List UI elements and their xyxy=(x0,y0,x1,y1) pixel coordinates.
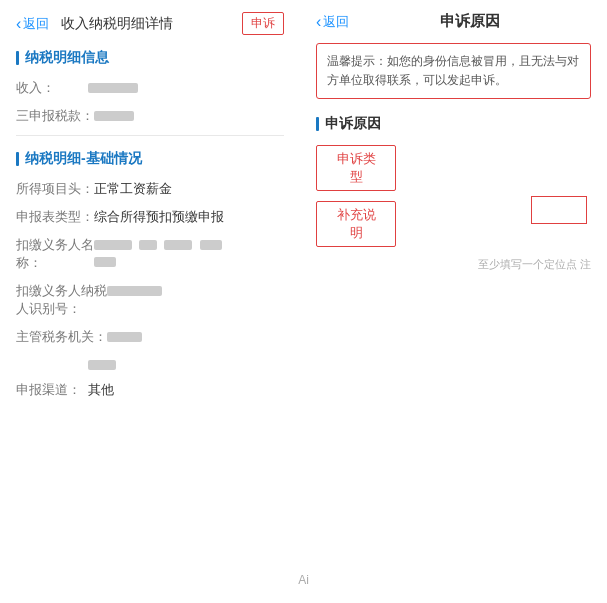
tax-bar xyxy=(107,332,142,342)
bar2 xyxy=(139,240,157,250)
left-page-title: 收入纳税明细详情 xyxy=(61,15,242,33)
income-type-value: 正常工资薪金 xyxy=(94,180,284,198)
left-panel: 返回 收入纳税明细详情 申诉 纳税明细信息 收入： 三申报税款： 纳税明细-基础… xyxy=(0,0,300,421)
warning-box: 温馨提示：如您的身份信息被冒用，且无法与对方单位取得联系，可以发起申诉。 xyxy=(316,43,591,99)
bar1 xyxy=(94,240,132,250)
declare-bar xyxy=(94,111,134,121)
right-panel: 返回 申诉原因 温馨提示：如您的身份信息被冒用，且无法与对方单位取得联系，可以发… xyxy=(300,0,607,284)
appeal-section-title: 申诉原因 xyxy=(316,115,591,133)
income-type-row: 所得项目头： 正常工资薪金 xyxy=(16,180,284,198)
right-back-link[interactable]: 返回 xyxy=(316,13,349,31)
declare-label: 三申报税款： xyxy=(16,107,94,125)
section1-title: 纳税明细信息 xyxy=(16,49,284,67)
supplement-button[interactable]: 补充说明 xyxy=(316,201,396,247)
extra-bar-row xyxy=(16,356,284,371)
income-bar xyxy=(88,83,138,93)
withholder-id-value xyxy=(107,282,284,297)
declare-type-row: 申报表类型： 综合所得预扣预缴申报 xyxy=(16,208,284,226)
tax-office-value xyxy=(107,328,284,343)
extra-bar xyxy=(88,360,116,370)
tax-office-row: 主管税务机关： xyxy=(16,328,284,346)
ai-label: Ai xyxy=(298,573,309,587)
income-row: 收入： xyxy=(16,79,284,97)
declare-row: 三申报税款： xyxy=(16,107,284,125)
right-header: 返回 申诉原因 xyxy=(316,12,591,31)
channel-row: 申报渠道： 其他 xyxy=(16,381,284,399)
income-value xyxy=(88,79,284,94)
divider1 xyxy=(16,135,284,136)
empty-input-box[interactable] xyxy=(531,196,587,224)
income-type-label: 所得项目头： xyxy=(16,180,94,198)
declare-value xyxy=(94,107,284,122)
bar4 xyxy=(200,240,222,250)
right-page-title: 申诉原因 xyxy=(349,12,591,31)
withholder-name-value xyxy=(94,236,284,267)
income-label: 收入： xyxy=(16,79,88,97)
bar5 xyxy=(94,257,116,267)
channel-label: 申报渠道： xyxy=(16,381,88,399)
id-bar xyxy=(107,286,162,296)
withholder-name-label: 扣缴义务人名称： xyxy=(16,236,94,272)
withholder-id-label: 扣缴义务人纳税人识别号： xyxy=(16,282,107,318)
tax-office-label: 主管税务机关： xyxy=(16,328,107,346)
hint-text: 至少填写一个定位点 注 xyxy=(316,257,591,272)
declare-type-value: 综合所得预扣预缴申报 xyxy=(94,208,284,226)
channel-value: 其他 xyxy=(88,381,284,399)
withholder-id-row: 扣缴义务人纳税人识别号： xyxy=(16,282,284,318)
appeal-type-button[interactable]: 申诉类型 xyxy=(316,145,396,191)
appeal-button[interactable]: 申诉 xyxy=(242,12,284,35)
ai-row: Ai xyxy=(298,573,309,587)
extra-bar-value xyxy=(88,356,284,371)
withholder-name-row: 扣缴义务人名称： xyxy=(16,236,284,272)
bar3 xyxy=(164,240,192,250)
left-back-link[interactable]: 返回 xyxy=(16,15,49,33)
declare-type-label: 申报表类型： xyxy=(16,208,94,226)
left-header: 返回 收入纳税明细详情 申诉 xyxy=(16,12,284,35)
section2-title: 纳税明细-基础情况 xyxy=(16,150,284,168)
